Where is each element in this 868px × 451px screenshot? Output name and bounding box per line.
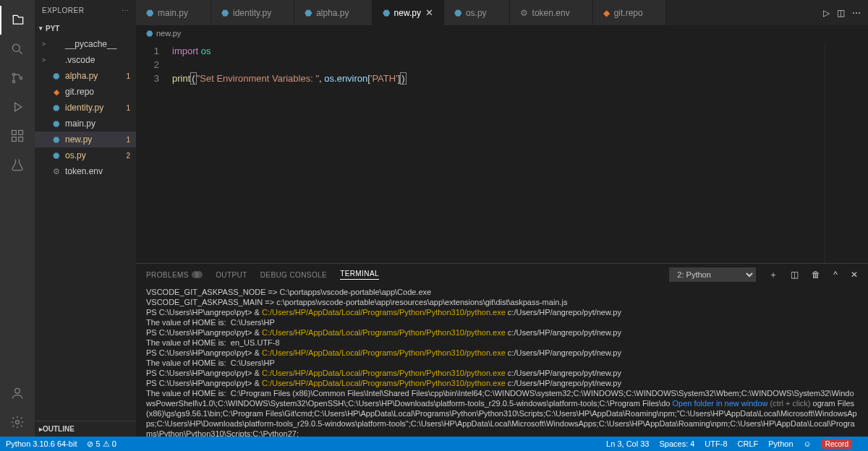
chevron-down-icon: ▾ bbox=[39, 25, 43, 32]
tab-problems[interactable]: PROBLEMS5 bbox=[146, 271, 203, 279]
terminal-panel: PROBLEMS5 OUTPUT DEBUG CONSOLE TERMINAL … bbox=[136, 263, 868, 437]
search-icon[interactable] bbox=[0, 35, 35, 64]
svg-rect-4 bbox=[12, 131, 17, 135]
python-icon: ⬣ bbox=[146, 29, 153, 38]
split-icon[interactable]: ◫ bbox=[837, 8, 845, 18]
status-feedback-icon[interactable]: ☺ bbox=[804, 439, 812, 448]
tab-git.repo[interactable]: ◆git.repo✕ bbox=[593, 0, 666, 25]
svg-point-9 bbox=[16, 421, 20, 424]
line-gutter: 123 bbox=[136, 44, 172, 263]
status-eol[interactable]: CRLF bbox=[738, 439, 759, 448]
extensions-icon[interactable] bbox=[0, 121, 35, 150]
new-terminal-icon[interactable]: ＋ bbox=[769, 269, 778, 281]
status-bar: Python 3.10.6 64-bit ⊘ 5⚠ 0 Ln 3, Col 33… bbox=[0, 437, 868, 451]
tab-os.py[interactable]: ⬣os.py✕ bbox=[444, 0, 510, 25]
more-icon[interactable]: ⋯ bbox=[852, 8, 861, 18]
status-spaces[interactable]: Spaces: 4 bbox=[659, 439, 694, 448]
tab-alpha.py[interactable]: ⬣alpha.py✕ bbox=[294, 0, 372, 25]
test-icon[interactable] bbox=[0, 150, 35, 179]
file-.vscode[interactable]: >.vscode bbox=[35, 52, 136, 68]
sidebar-header: EXPLORER ⋯ bbox=[35, 0, 136, 20]
status-problems[interactable]: ⊘ 5⚠ 0 bbox=[87, 439, 116, 449]
status-language[interactable]: Python bbox=[768, 439, 793, 448]
close-panel-icon[interactable]: ✕ bbox=[851, 270, 858, 280]
explorer-title: EXPLORER bbox=[42, 7, 84, 14]
tab-token.env[interactable]: ⚙token.env✕ bbox=[510, 0, 593, 25]
status-ln-col[interactable]: Ln 3, Col 33 bbox=[606, 439, 649, 448]
code-content[interactable]: import os print("Set Environment Variabl… bbox=[172, 44, 825, 263]
tab-new.py[interactable]: ⬣new.py✕ bbox=[373, 0, 444, 25]
run-icon[interactable]: ▷ bbox=[823, 8, 830, 18]
file-token.env[interactable]: ⚙token.env bbox=[35, 163, 136, 179]
settings-icon[interactable] bbox=[0, 408, 35, 437]
svg-point-2 bbox=[12, 80, 14, 82]
minimap[interactable] bbox=[825, 44, 868, 263]
account-icon[interactable] bbox=[0, 379, 35, 408]
tab-actions: ▷ ◫ ⋯ bbox=[816, 0, 868, 25]
tab-main.py[interactable]: ⬣main.py✕ bbox=[136, 0, 211, 25]
tab-identity.py[interactable]: ⬣identity.py✕ bbox=[211, 0, 294, 25]
git-icon[interactable] bbox=[0, 64, 35, 93]
file-identity.py[interactable]: ⬣identity.py1 bbox=[35, 100, 136, 116]
tab-debug-console[interactable]: DEBUG CONSOLE bbox=[260, 271, 327, 279]
svg-point-3 bbox=[20, 77, 22, 79]
terminal-dropdown[interactable]: 2: Python bbox=[669, 267, 756, 282]
sidebar: EXPLORER ⋯ ▾ PYT >__pycache__>.vscode⬣al… bbox=[35, 0, 136, 437]
file-new.py[interactable]: ⬣new.py1 bbox=[35, 132, 136, 147]
split-terminal-icon[interactable]: ◫ bbox=[791, 270, 799, 280]
svg-rect-5 bbox=[19, 131, 23, 135]
file-git.repo[interactable]: ◆git.repo bbox=[35, 84, 136, 100]
tab-terminal[interactable]: TERMINAL bbox=[340, 270, 379, 280]
svg-point-1 bbox=[12, 73, 14, 75]
svg-point-8 bbox=[15, 388, 20, 393]
svg-rect-7 bbox=[19, 137, 23, 142]
file-__pycache__[interactable]: >__pycache__ bbox=[35, 36, 136, 52]
tab-bar: ⬣main.py✕⬣identity.py✕⬣alpha.py✕⬣new.py✕… bbox=[136, 0, 868, 25]
debug-icon[interactable] bbox=[0, 93, 35, 121]
breadcrumb[interactable]: ⬣ new.py bbox=[136, 25, 868, 41]
file-os.py[interactable]: ⬣os.py2 bbox=[35, 147, 136, 163]
editor-area: ⬣main.py✕⬣identity.py✕⬣alpha.py✕⬣new.py✕… bbox=[136, 0, 868, 437]
close-icon[interactable]: ✕ bbox=[425, 7, 433, 18]
panel-tabs: PROBLEMS5 OUTPUT DEBUG CONSOLE TERMINAL … bbox=[136, 264, 868, 285]
file-alpha.py[interactable]: ⬣alpha.py1 bbox=[35, 68, 136, 84]
status-record[interactable]: Record bbox=[822, 439, 852, 449]
outline-section[interactable]: ▸ OUTLINE bbox=[35, 421, 136, 437]
file-tree: >__pycache__>.vscode⬣alpha.py1◆git.repo⬣… bbox=[35, 36, 136, 179]
trash-icon[interactable]: 🗑 bbox=[812, 270, 820, 280]
maximize-icon[interactable]: ^ bbox=[833, 270, 838, 280]
explorer-icon[interactable] bbox=[0, 6, 35, 35]
status-python[interactable]: Python 3.10.6 64-bit bbox=[6, 439, 77, 448]
status-encoding[interactable]: UTF-8 bbox=[705, 439, 727, 448]
project-header[interactable]: ▾ PYT bbox=[35, 20, 136, 36]
terminal-output[interactable]: VSCODE_GIT_ASKPASS_NODE => C:\portapps\v… bbox=[136, 285, 868, 437]
tab-output[interactable]: OUTPUT bbox=[216, 271, 247, 279]
activity-bar bbox=[0, 0, 35, 437]
more-icon[interactable]: ⋯ bbox=[122, 7, 129, 14]
svg-rect-6 bbox=[12, 137, 17, 142]
svg-point-0 bbox=[12, 44, 20, 51]
file-main.py[interactable]: ⬣main.py bbox=[35, 116, 136, 132]
code-editor[interactable]: 123 import os print("Set Environment Var… bbox=[136, 41, 868, 263]
